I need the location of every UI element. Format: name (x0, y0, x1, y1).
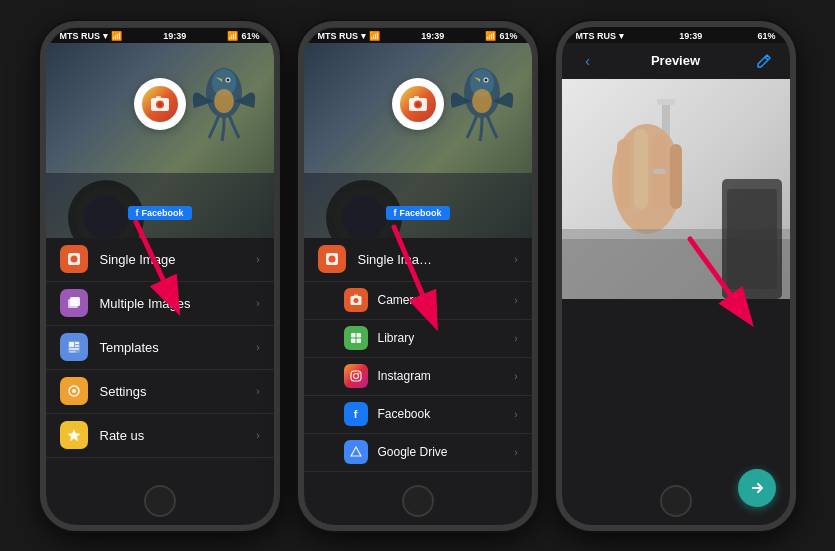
library-label: Library (378, 331, 515, 345)
svg-point-32 (472, 89, 492, 113)
home-button-2[interactable] (402, 485, 434, 517)
svg-point-51 (353, 374, 358, 379)
svg-point-24 (72, 389, 76, 393)
submenu-library[interactable]: Library › (304, 320, 532, 358)
time-1: 19:39 (163, 31, 186, 41)
phone-3: MTS RUS ▾ 19:39 61% ‹ Preview (556, 21, 796, 531)
menu-item-single-image-2[interactable]: Single Ima… › (304, 238, 532, 282)
svg-rect-50 (351, 371, 361, 381)
menu-item-multiple-images[interactable]: Multiple Images › (46, 282, 274, 326)
submenu-facebook[interactable]: f Facebook › (304, 396, 532, 434)
svg-point-3 (226, 78, 229, 81)
svg-point-8 (84, 196, 128, 238)
single-image-icon (60, 245, 88, 273)
single-image-label: Single Image (100, 252, 257, 267)
svg-rect-16 (70, 297, 80, 306)
templates-icon (60, 333, 88, 361)
hand-device-image (562, 79, 790, 299)
svg-rect-65 (670, 144, 682, 209)
svg-rect-49 (356, 339, 361, 344)
home-button-1[interactable] (144, 485, 176, 517)
instagram-label: Instagram (378, 369, 515, 383)
battery-1: 61% (241, 31, 259, 41)
menu-item-rate-us[interactable]: Rate us › (46, 414, 274, 458)
facebook-label-1: f Facebook (127, 206, 191, 220)
hero-image-1: f Facebook (46, 43, 274, 238)
submenu-google-drive[interactable]: Google Drive › (304, 434, 532, 472)
back-button[interactable]: ‹ (576, 49, 600, 73)
svg-point-36 (342, 196, 386, 238)
svg-rect-40 (414, 96, 419, 99)
svg-point-42 (328, 256, 335, 263)
app-icon-2 (392, 78, 444, 130)
submenu-camera[interactable]: Camera › (304, 282, 532, 320)
next-button[interactable] (738, 469, 776, 507)
preview-title: Preview (651, 53, 700, 68)
single-image-label-2: Single Ima… (358, 252, 515, 267)
app-icon-1 (134, 78, 186, 130)
svg-rect-47 (356, 333, 361, 338)
svg-rect-19 (75, 342, 79, 344)
library-submenu-icon (344, 326, 368, 350)
phone-2: MTS RUS ▾ 📶 19:39 📶 61% (298, 21, 538, 531)
svg-rect-48 (351, 339, 356, 344)
svg-rect-21 (69, 348, 79, 350)
carrier-1: MTS RUS (60, 31, 101, 41)
svg-point-52 (358, 372, 360, 374)
menu-list-1: Single Image › Multiple Images › Templat… (46, 238, 274, 525)
facebook-label-2: f Facebook (385, 206, 449, 220)
svg-marker-25 (67, 429, 80, 441)
camera-label: Camera (378, 293, 515, 307)
menu-item-single-image[interactable]: Single Image › (46, 238, 274, 282)
rate-us-label: Rate us (100, 428, 257, 443)
chevron-icon: › (256, 430, 259, 441)
chevron-icon: › (256, 386, 259, 397)
svg-marker-53 (351, 447, 361, 456)
home-button-3[interactable] (660, 485, 692, 517)
preview-navbar: ‹ Preview (562, 43, 790, 79)
settings-label: Settings (100, 384, 257, 399)
rate-us-icon (60, 421, 88, 449)
svg-point-14 (70, 256, 77, 263)
svg-rect-20 (75, 345, 79, 347)
menu-list-2: Single Ima… › Camera › Library › (304, 238, 532, 525)
camera-submenu-icon (344, 288, 368, 312)
next-arrow-icon (748, 479, 766, 497)
settings-icon (60, 377, 88, 405)
chevron-icon: › (256, 298, 259, 309)
menu-item-templates[interactable]: Templates › (46, 326, 274, 370)
bird-image-1 (184, 63, 264, 153)
instagram-submenu-icon (344, 364, 368, 388)
status-bar-2: MTS RUS ▾ 📶 19:39 📶 61% (304, 27, 532, 43)
menu-item-settings[interactable]: Settings › (46, 370, 274, 414)
svg-line-56 (765, 57, 768, 60)
svg-rect-60 (657, 99, 675, 105)
google-drive-label: Google Drive (378, 445, 515, 459)
phone-1: MTS RUS ▾ 📶 19:39 📶 61% (40, 21, 280, 531)
bird-image-2 (442, 63, 522, 153)
svg-point-31 (484, 78, 487, 81)
svg-rect-22 (69, 351, 76, 353)
preview-image (562, 79, 790, 299)
submenu-instagram[interactable]: Instagram › (304, 358, 532, 396)
svg-rect-18 (69, 342, 74, 347)
svg-rect-62 (617, 139, 631, 209)
multiple-images-icon (60, 289, 88, 317)
status-bar-3: MTS RUS ▾ 19:39 61% (562, 27, 790, 43)
multiple-images-label: Multiple Images (100, 296, 257, 311)
templates-label: Templates (100, 340, 257, 355)
chevron-icon: › (256, 342, 259, 353)
edit-button[interactable] (752, 49, 776, 73)
svg-rect-63 (634, 129, 648, 209)
svg-point-39 (415, 102, 420, 107)
svg-point-44 (353, 298, 358, 303)
svg-rect-46 (351, 333, 356, 338)
edit-icon (756, 53, 772, 69)
svg-point-11 (157, 102, 162, 107)
camera-icon (149, 93, 171, 115)
status-bar-1: MTS RUS ▾ 📶 19:39 📶 61% (46, 27, 274, 43)
svg-rect-12 (156, 96, 161, 99)
facebook-label-sub: Facebook (378, 407, 515, 421)
svg-rect-70 (727, 189, 777, 289)
google-drive-submenu-icon (344, 440, 368, 464)
